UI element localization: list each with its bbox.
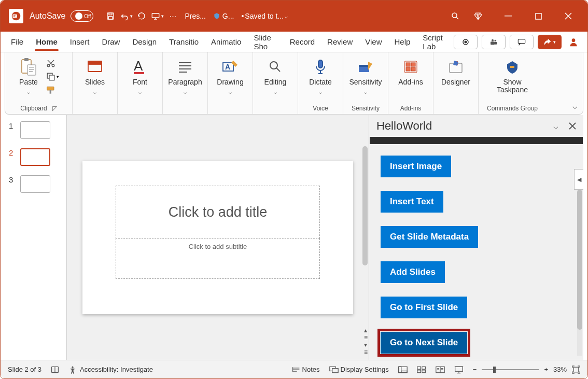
share-button[interactable]: ▾ bbox=[538, 35, 562, 49]
slides-button[interactable]: Slides⌵ bbox=[75, 55, 115, 95]
autosave-toggle[interactable]: AutoSave Off bbox=[30, 10, 93, 22]
paragraph-button[interactable]: Paragraph⌵ bbox=[165, 55, 205, 95]
drawing-button[interactable]: ADrawing⌵ bbox=[210, 55, 250, 95]
thumbnail-1[interactable]: 1 bbox=[9, 121, 62, 139]
display-settings-button[interactable]: Display Settings bbox=[329, 366, 389, 373]
fit-window-icon[interactable] bbox=[572, 366, 580, 374]
save-icon[interactable] bbox=[103, 6, 118, 26]
svg-rect-4 bbox=[109, 13, 112, 15]
commands-group-label: Commands Group bbox=[487, 104, 538, 113]
dictate-button[interactable]: Dictate⌵ bbox=[300, 55, 341, 95]
svg-point-11 bbox=[465, 40, 467, 43]
slide-nav-arrows[interactable]: ▴≡▾≡ bbox=[364, 327, 368, 356]
goto-next-button[interactable]: Go to Next Slide bbox=[381, 332, 467, 354]
qa-overflow-icon[interactable]: ⋯ bbox=[165, 6, 180, 26]
svg-rect-57 bbox=[422, 367, 426, 369]
get-metadata-button[interactable]: Get Slide Metadata bbox=[381, 226, 478, 248]
tab-help[interactable]: Help bbox=[388, 32, 417, 52]
format-painter-icon[interactable] bbox=[46, 86, 59, 95]
slide[interactable]: Click to add title Click to add subtitle bbox=[82, 161, 353, 314]
launcher-icon[interactable]: ◸ bbox=[52, 105, 57, 112]
title-placeholder[interactable]: Click to add title bbox=[116, 186, 320, 238]
taskpane-scrollbar[interactable] bbox=[577, 190, 582, 356]
clipboard-group-label: Clipboard bbox=[20, 105, 47, 112]
redo-icon[interactable] bbox=[134, 6, 149, 26]
sensitivity-group-label: Sensitivity bbox=[352, 104, 380, 113]
zoom-in-icon[interactable]: + bbox=[544, 366, 548, 373]
show-taskpane-button[interactable]: Show Taskpane bbox=[484, 55, 541, 94]
tab-review[interactable]: Review bbox=[321, 32, 359, 52]
reading-view-icon[interactable] bbox=[436, 366, 445, 373]
addins-button[interactable]: Add-ins bbox=[390, 55, 431, 86]
taskpane-expand-tab[interactable]: ◀ bbox=[574, 169, 583, 190]
zoom-out-icon[interactable]: − bbox=[473, 366, 477, 373]
tab-file[interactable]: File bbox=[5, 32, 30, 52]
svg-text:A: A bbox=[134, 59, 143, 74]
slideshow-view-icon[interactable] bbox=[454, 366, 464, 374]
svg-rect-19 bbox=[24, 58, 29, 61]
tab-scriptlab[interactable]: Script Lab bbox=[416, 32, 454, 52]
zoom-level[interactable]: 33% bbox=[553, 366, 567, 373]
insert-image-button[interactable]: Insert Image bbox=[381, 156, 451, 177]
teams-icon[interactable] bbox=[482, 35, 506, 49]
taskpane-close-icon[interactable] bbox=[569, 122, 576, 130]
tab-design[interactable]: Design bbox=[126, 32, 163, 52]
normal-view-icon[interactable] bbox=[398, 366, 408, 373]
svg-rect-53 bbox=[399, 367, 407, 372]
undo-icon[interactable]: ▾ bbox=[118, 6, 134, 26]
svg-rect-41 bbox=[406, 63, 410, 66]
notes-button[interactable]: Notes bbox=[292, 366, 320, 373]
slide-canvas: Click to add title Click to add subtitle… bbox=[67, 115, 369, 360]
paste-button[interactable]: Paste ⌵ bbox=[15, 55, 42, 95]
insert-text-button[interactable]: Insert Text bbox=[381, 191, 443, 213]
tab-slideshow[interactable]: Slide Sho bbox=[247, 32, 283, 52]
subtitle-placeholder[interactable]: Click to add subtitle bbox=[116, 238, 320, 279]
svg-rect-15 bbox=[495, 42, 497, 45]
tab-home[interactable]: Home bbox=[30, 32, 64, 52]
svg-rect-61 bbox=[455, 367, 463, 371]
svg-rect-56 bbox=[417, 367, 421, 369]
tab-draw[interactable]: Draw bbox=[95, 32, 126, 52]
dictionary-icon[interactable] bbox=[51, 366, 59, 374]
tab-transitions[interactable]: Transitio bbox=[163, 32, 205, 52]
account-icon[interactable] bbox=[566, 37, 581, 47]
minimize-button[interactable] bbox=[493, 6, 523, 26]
file-name: Pres... bbox=[185, 12, 205, 20]
svg-text:P: P bbox=[13, 15, 16, 18]
taskpane: HelloWorld ⌵ Insert Image Insert Text Ge… bbox=[369, 115, 583, 360]
svg-point-17 bbox=[572, 38, 576, 42]
editing-button[interactable]: Editing⌵ bbox=[255, 55, 296, 95]
svg-rect-20 bbox=[27, 65, 36, 75]
tab-record[interactable]: Record bbox=[284, 32, 321, 52]
copy-icon[interactable]: ▾ bbox=[46, 72, 59, 81]
close-button[interactable] bbox=[553, 6, 583, 26]
tab-view[interactable]: View bbox=[359, 32, 388, 52]
scrollbar[interactable] bbox=[362, 146, 368, 265]
svg-rect-52 bbox=[332, 368, 338, 372]
zoom-slider[interactable] bbox=[482, 369, 539, 370]
slide-indicator[interactable]: Slide 2 of 3 bbox=[8, 366, 41, 373]
tab-insert[interactable]: Insert bbox=[64, 32, 96, 52]
add-slides-button[interactable]: Add Slides bbox=[381, 261, 445, 283]
tab-animations[interactable]: Animatio bbox=[205, 32, 247, 52]
present-icon[interactable]: ▾ bbox=[149, 6, 165, 26]
taskpane-header-bar bbox=[370, 137, 583, 144]
designer-button[interactable]: Designer bbox=[436, 55, 476, 86]
maximize-button[interactable] bbox=[523, 6, 553, 26]
sensitivity-button[interactable]: Sensitivity⌵ bbox=[345, 55, 386, 95]
collapse-ribbon-icon[interactable]: ⌵ bbox=[572, 101, 578, 111]
svg-rect-59 bbox=[422, 370, 426, 372]
recording-icon[interactable] bbox=[454, 35, 478, 49]
thumbnail-3[interactable]: 3 bbox=[9, 175, 62, 193]
sorter-view-icon[interactable] bbox=[417, 366, 426, 373]
search-icon[interactable] bbox=[447, 6, 463, 26]
cut-icon[interactable] bbox=[46, 59, 59, 68]
diamond-icon[interactable] bbox=[463, 6, 493, 26]
taskpane-dropdown-icon[interactable]: ⌵ bbox=[553, 121, 558, 131]
status-bar: Slide 2 of 3 Accessibility: Investigate … bbox=[1, 360, 587, 378]
comments-icon[interactable] bbox=[510, 35, 534, 49]
font-button[interactable]: AFont⌵ bbox=[120, 55, 160, 95]
thumbnail-2[interactable]: 2 bbox=[9, 148, 62, 166]
goto-first-button[interactable]: Go to First Slide bbox=[381, 297, 467, 318]
accessibility-status[interactable]: Accessibility: Investigate bbox=[68, 366, 153, 374]
